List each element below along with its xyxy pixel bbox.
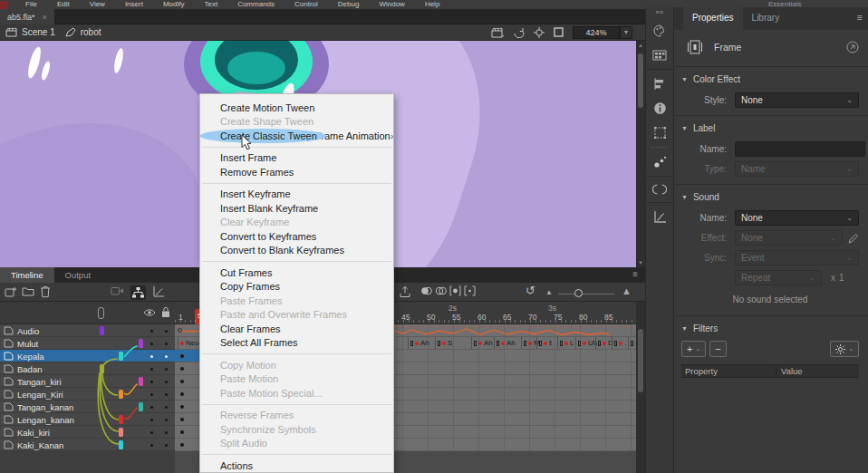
menu-edit[interactable]: Edit <box>47 0 80 9</box>
panel-menu-icon[interactable]: ≡ <box>625 267 645 283</box>
modify-markers-icon[interactable] <box>464 285 476 296</box>
layer-row-kepala-selected[interactable]: Kepala <box>0 350 175 362</box>
visibility-dot[interactable] <box>150 343 153 345</box>
section-header[interactable]: ▼ Filters <box>681 319 859 337</box>
layer-parent-swatch[interactable] <box>139 377 143 386</box>
scroll-down-icon[interactable]: ▼ <box>636 258 645 267</box>
onion-skin-outlines-icon[interactable] <box>435 285 447 296</box>
menu-item-convert-to-keyframes[interactable]: Convert to Keyframes <box>200 229 393 244</box>
filter-options-button[interactable]: ⌄ <box>830 341 859 357</box>
timeline-zoom-slider[interactable] <box>558 294 614 294</box>
lock-icon[interactable] <box>161 306 170 318</box>
menu-item-convert-to-blank-keyframes[interactable]: Convert to Blank Keyframes <box>200 244 393 258</box>
expand-panels-icon[interactable]: «« <box>656 7 664 18</box>
timeline-zoom-knob[interactable] <box>574 289 583 297</box>
menu-file[interactable]: File <box>15 0 47 9</box>
timeline-scrollbar[interactable] <box>636 302 645 473</box>
tab-output[interactable]: Output <box>54 267 102 283</box>
breadcrumb-scene[interactable]: Scene 1 <box>22 27 55 37</box>
zoom-level-input[interactable]: 424% <box>573 26 620 39</box>
mouth-keyframe[interactable]: … <box>612 337 626 349</box>
menu-item-insert-keyframe[interactable]: Insert Keyframe <box>200 188 393 202</box>
breadcrumb-symbol[interactable]: robot <box>81 27 101 37</box>
label-name-input[interactable] <box>735 141 865 157</box>
menu-control[interactable]: Control <box>285 0 328 9</box>
lock-dot[interactable] <box>165 381 168 383</box>
menu-insert[interactable]: Insert <box>115 0 153 9</box>
new-folder-icon[interactable] <box>22 285 34 297</box>
visibility-dot[interactable] <box>150 381 153 383</box>
mouth-keyframe[interactable]: Ah <box>494 337 516 349</box>
layer-parent-swatch[interactable] <box>139 402 143 411</box>
cc-libraries-panel-icon[interactable] <box>652 184 667 195</box>
rotate-tool-icon[interactable] <box>513 27 525 38</box>
menu-modify[interactable]: Modify <box>153 0 195 9</box>
mouth-keyframe[interactable]: Ah <box>408 337 429 349</box>
lock-dot[interactable] <box>165 444 168 447</box>
clip-preview-icon[interactable] <box>491 27 504 38</box>
visibility-dot[interactable] <box>150 355 153 358</box>
swatches-panel-icon[interactable] <box>652 49 667 62</box>
layer-parent-swatch[interactable] <box>119 415 123 424</box>
visibility-eye-icon[interactable] <box>143 307 156 318</box>
lock-dot[interactable] <box>165 330 168 333</box>
visibility-dot[interactable] <box>150 419 153 421</box>
add-filter-button[interactable]: + ⌄ <box>681 341 706 357</box>
repeat-count[interactable]: 1 <box>839 273 844 283</box>
motion-editor-panel-icon[interactable] <box>653 210 667 224</box>
layer-row-tangan-kanan[interactable]: Tangan_kanan <box>0 401 175 413</box>
menu-item-copy-frames[interactable]: Copy Frames <box>200 280 393 294</box>
loop-playback-icon[interactable]: ↺ <box>526 284 535 297</box>
lock-dot[interactable] <box>165 393 168 396</box>
menu-item-actions[interactable]: Actions <box>200 459 393 473</box>
layer-parent-swatch[interactable] <box>100 326 104 335</box>
menu-view[interactable]: View <box>80 0 115 9</box>
layer-parent-swatch[interactable] <box>119 390 123 399</box>
center-stage-icon[interactable] <box>534 27 545 38</box>
visibility-dot[interactable] <box>150 368 153 371</box>
visibility-dot[interactable] <box>150 330 153 333</box>
section-header[interactable]: ▼ Color Effect <box>681 70 859 88</box>
align-panel-icon[interactable] <box>653 77 667 91</box>
remove-filter-button[interactable]: − <box>709 341 726 357</box>
menu-item-select-all-frames[interactable]: Select All Frames <box>200 336 393 351</box>
scrollbar-thumb[interactable] <box>638 329 643 392</box>
layer-row-audio[interactable]: Audio <box>0 324 175 337</box>
panel-menu-icon[interactable]: ≡ <box>857 7 863 30</box>
menu-window[interactable]: Window <box>369 0 414 9</box>
transform-panel-icon[interactable] <box>653 126 667 140</box>
sound-name-dropdown[interactable]: None ⌄ <box>735 210 859 226</box>
menu-item-clear-frames[interactable]: Clear Frames <box>200 322 393 336</box>
lock-dot[interactable] <box>165 406 168 409</box>
style-dropdown[interactable]: None ⌄ <box>735 92 859 108</box>
layer-row-kaki-kiri[interactable]: Kaki_kiri <box>0 426 175 439</box>
graph-easing-icon[interactable] <box>152 285 165 297</box>
layer-parent-swatch[interactable] <box>100 364 104 373</box>
menu-item-create-classic-tween[interactable]: Create Classic Tween <box>200 129 326 143</box>
visibility-dot[interactable] <box>150 406 153 409</box>
lock-dot[interactable] <box>165 343 168 345</box>
mouth-keyframe[interactable]: S <box>628 337 636 349</box>
scrollbar-thumb[interactable] <box>638 53 643 108</box>
history-panel-icon[interactable] <box>653 155 667 169</box>
camera-icon[interactable] <box>111 285 124 296</box>
timeline-zoom-out-icon[interactable]: ▲ <box>545 288 553 296</box>
edit-pencil-icon[interactable] <box>848 233 859 244</box>
menu-debug[interactable]: Debug <box>328 0 370 9</box>
menu-item-insert-frame[interactable]: Insert Frame <box>200 151 393 166</box>
zoom-dropdown-caret[interactable]: ▾ <box>620 26 632 39</box>
delete-layer-trash-icon[interactable] <box>40 285 51 298</box>
selected-frame-cell[interactable] <box>175 350 199 362</box>
document-tab[interactable]: ab5.fla* × <box>0 9 54 24</box>
scroll-up-icon[interactable]: ▲ <box>636 41 645 50</box>
lock-dot[interactable] <box>165 368 168 371</box>
clip-content-icon[interactable] <box>554 27 564 37</box>
layer-row-tangan-kiri[interactable]: Tangan_kiri <box>0 375 175 388</box>
color-panel-icon[interactable] <box>652 24 667 38</box>
visibility-dot[interactable] <box>150 393 153 396</box>
layer-parent-swatch[interactable] <box>119 428 123 437</box>
layer-parent-swatch[interactable] <box>139 339 143 348</box>
lock-dot[interactable] <box>165 431 168 434</box>
export-frames-icon[interactable] <box>399 285 411 298</box>
layer-row-badan[interactable]: Badan <box>0 362 175 375</box>
